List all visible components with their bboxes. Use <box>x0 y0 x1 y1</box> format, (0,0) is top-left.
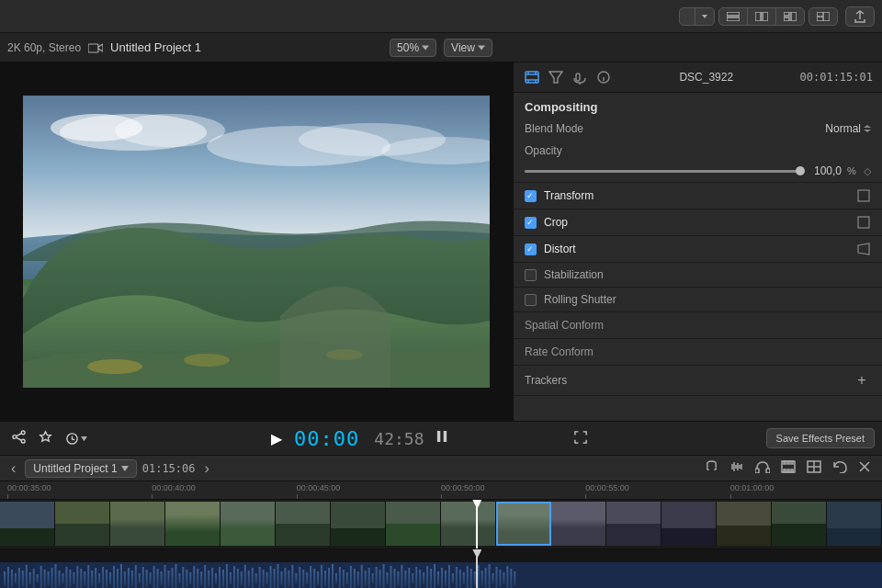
ruler-mark-5: 00:01:00:00 <box>730 481 875 499</box>
rolling-shutter-section: Rolling Shutter <box>514 288 882 312</box>
film-frame-15[interactable] <box>772 502 827 546</box>
film-frame-12[interactable] <box>606 502 662 546</box>
pause-icon <box>436 430 447 443</box>
svg-rect-151 <box>248 571 250 586</box>
expand-icon <box>574 431 587 444</box>
tools-icon[interactable] <box>34 427 57 449</box>
svg-rect-179 <box>350 566 352 588</box>
svg-marker-42 <box>864 130 871 132</box>
panels-btn[interactable] <box>809 8 837 25</box>
timeline-project-selector[interactable]: Untitled Project 1 <box>25 459 136 478</box>
timeline-back-button[interactable]: ‹ <box>7 458 19 479</box>
svg-point-48 <box>21 439 25 443</box>
chevron-up-down-icon <box>864 125 871 132</box>
svg-rect-141 <box>211 568 213 588</box>
stabilization-label: Stabilization <box>544 268 871 281</box>
panels-switcher[interactable] <box>808 7 838 26</box>
share-icon[interactable] <box>7 427 30 449</box>
inspector-audio-icon[interactable] <box>571 68 589 86</box>
clock-icon[interactable] <box>61 429 92 448</box>
film-frame-5[interactable] <box>220 502 276 546</box>
share-button[interactable] <box>845 6 875 27</box>
rate-conform-header[interactable]: Rate Conform <box>514 339 882 365</box>
svg-rect-172 <box>324 571 326 586</box>
opacity-label: Opacity <box>525 144 871 157</box>
inspector-filter-icon[interactable] <box>547 68 565 86</box>
chevron-down-icon[interactable] <box>695 8 714 25</box>
pause-button[interactable] <box>432 427 452 449</box>
svg-rect-37 <box>576 74 580 81</box>
inspector-video-icon[interactable] <box>523 68 541 86</box>
grid-tool[interactable] <box>803 458 825 478</box>
film-frame-3[interactable] <box>110 502 165 546</box>
svg-rect-100 <box>62 573 63 583</box>
film-frame-8[interactable] <box>386 502 441 546</box>
ruler-mark-0: 00:00:35:00 <box>7 481 152 499</box>
headphones-tool[interactable] <box>752 458 774 478</box>
film-frame-11[interactable] <box>551 502 606 546</box>
svg-marker-18 <box>478 45 485 50</box>
crop-checkbox[interactable] <box>525 217 537 229</box>
layout-btn-1[interactable] <box>719 8 748 25</box>
film-frame-4[interactable] <box>165 502 220 546</box>
svg-rect-77 <box>787 469 789 472</box>
opacity-slider-thumb[interactable] <box>796 166 805 175</box>
rolling-shutter-checkbox[interactable] <box>525 294 537 306</box>
preview-area <box>0 62 513 421</box>
film-frame-1[interactable] <box>0 502 55 546</box>
mute-tool[interactable] <box>854 458 875 478</box>
transform-checkbox[interactable] <box>525 190 537 202</box>
magnet-tool[interactable] <box>701 458 722 479</box>
film-frame-10[interactable] <box>496 502 551 546</box>
film-frame-2[interactable] <box>55 502 110 546</box>
play-button[interactable]: ▶ <box>266 427 287 450</box>
svg-rect-10 <box>791 12 797 21</box>
stabilization-checkbox[interactable] <box>525 269 537 281</box>
timeline-forward-button[interactable]: › <box>201 458 213 479</box>
svg-rect-86 <box>11 570 13 587</box>
undo-tool[interactable] <box>829 458 851 478</box>
opacity-slider-track[interactable] <box>525 170 803 173</box>
blend-mode-value[interactable]: Normal <box>825 122 871 135</box>
svg-rect-189 <box>387 572 389 584</box>
film-frame-7[interactable] <box>331 502 386 546</box>
view-switcher[interactable] <box>679 7 715 26</box>
svg-rect-6 <box>727 17 740 21</box>
distort-row: Distort <box>514 236 882 262</box>
grid-view-btn[interactable] <box>680 8 695 25</box>
distort-checkbox[interactable] <box>525 243 537 255</box>
svg-rect-71 <box>766 469 770 473</box>
svg-rect-74 <box>787 461 789 464</box>
svg-rect-128 <box>164 565 166 588</box>
film-tool[interactable] <box>777 458 799 478</box>
svg-rect-202 <box>434 564 435 588</box>
timeline-timecode: 01:15:06 <box>142 462 196 475</box>
layout-btn-3[interactable] <box>776 8 804 25</box>
svg-rect-190 <box>390 566 391 588</box>
trackers-add-button[interactable]: + <box>853 371 871 390</box>
svg-rect-140 <box>208 571 209 586</box>
save-effects-preset-button[interactable]: Save Effects Preset <box>766 428 875 448</box>
center-info: 50% View <box>299 39 582 57</box>
inspector-info-icon[interactable] <box>594 68 613 86</box>
film-frame-13[interactable] <box>662 502 717 546</box>
spatial-conform-header[interactable]: Spatial Conform <box>514 312 882 338</box>
expand-button[interactable] <box>570 428 592 449</box>
layout-btn-2[interactable] <box>748 8 776 25</box>
svg-rect-221 <box>503 572 504 584</box>
svg-rect-117 <box>124 571 126 585</box>
layout-switcher[interactable] <box>718 7 805 26</box>
opacity-reset-icon[interactable]: ◇ <box>864 165 871 177</box>
film-frame-6[interactable] <box>276 502 331 546</box>
zoom-selector[interactable]: 50% <box>390 39 436 57</box>
svg-rect-196 <box>412 573 413 583</box>
audio-tool[interactable] <box>726 459 748 477</box>
svg-rect-153 <box>255 573 257 583</box>
info-bar: 2K 60p, Stereo Untitled Project 1 50% Vi… <box>0 33 882 62</box>
ruler-mark-2: 00:00:45:00 <box>297 481 441 499</box>
film-frame-9[interactable] <box>441 502 496 546</box>
svg-marker-57 <box>121 466 129 471</box>
film-frame-14[interactable] <box>717 502 772 546</box>
film-frame-16[interactable] <box>827 502 882 546</box>
view-selector[interactable]: View <box>444 39 492 57</box>
